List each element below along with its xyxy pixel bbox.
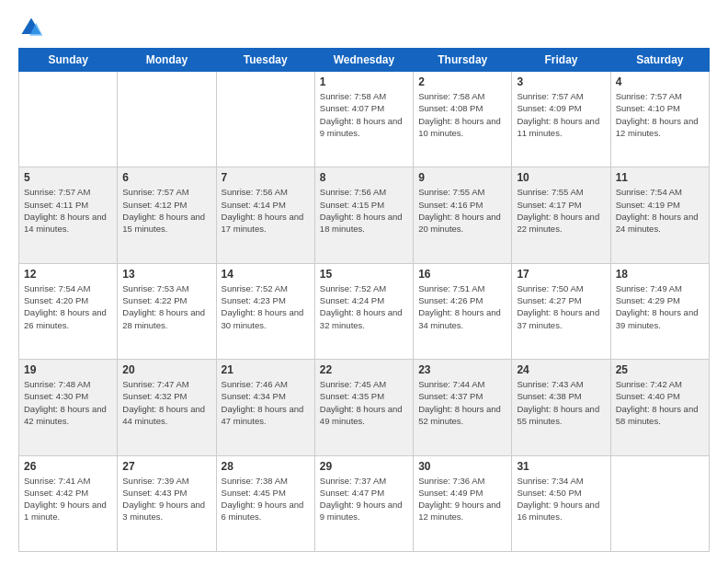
- day-info: Sunrise: 7:58 AM Sunset: 4:07 PM Dayligh…: [320, 90, 408, 139]
- header: [18, 15, 710, 40]
- calendar-cell: 12Sunrise: 7:54 AM Sunset: 4:20 PM Dayli…: [19, 263, 118, 359]
- calendar-cell: 16Sunrise: 7:51 AM Sunset: 4:26 PM Dayli…: [414, 263, 512, 359]
- day-info: Sunrise: 7:49 AM Sunset: 4:29 PM Dayligh…: [616, 282, 704, 331]
- day-info: Sunrise: 7:41 AM Sunset: 4:42 PM Dayligh…: [24, 475, 112, 523]
- calendar-cell: 13Sunrise: 7:53 AM Sunset: 4:22 PM Dayli…: [118, 263, 216, 359]
- weekday-header: Monday: [118, 49, 216, 72]
- calendar-cell: 17Sunrise: 7:50 AM Sunset: 4:27 PM Dayli…: [512, 263, 610, 359]
- day-number: 31: [517, 460, 605, 473]
- calendar-cell: 21Sunrise: 7:46 AM Sunset: 4:34 PM Dayli…: [216, 360, 314, 455]
- calendar-cell: 23Sunrise: 7:44 AM Sunset: 4:37 PM Dayli…: [414, 360, 512, 455]
- day-info: Sunrise: 7:45 AM Sunset: 4:35 PM Dayligh…: [320, 378, 408, 427]
- day-info: Sunrise: 7:52 AM Sunset: 4:24 PM Dayligh…: [320, 282, 408, 331]
- calendar-cell: 25Sunrise: 7:42 AM Sunset: 4:40 PM Dayli…: [610, 360, 709, 455]
- weekday-header: Thursday: [414, 49, 512, 72]
- calendar-week-row: 1Sunrise: 7:58 AM Sunset: 4:07 PM Daylig…: [19, 72, 710, 167]
- page: SundayMondayTuesdayWednesdayThursdayFrid…: [0, 0, 728, 563]
- calendar-week-row: 12Sunrise: 7:54 AM Sunset: 4:20 PM Dayli…: [19, 263, 710, 359]
- day-info: Sunrise: 7:46 AM Sunset: 4:34 PM Dayligh…: [222, 378, 310, 427]
- day-info: Sunrise: 7:37 AM Sunset: 4:47 PM Dayligh…: [320, 475, 408, 523]
- day-info: Sunrise: 7:56 AM Sunset: 4:14 PM Dayligh…: [222, 186, 310, 235]
- weekday-header: Wednesday: [314, 49, 413, 72]
- weekday-header: Tuesday: [216, 49, 314, 72]
- day-number: 17: [517, 268, 605, 281]
- logo: [18, 15, 48, 40]
- calendar-cell: 2Sunrise: 7:58 AM Sunset: 4:08 PM Daylig…: [414, 72, 512, 167]
- calendar-cell: 7Sunrise: 7:56 AM Sunset: 4:14 PM Daylig…: [216, 167, 314, 263]
- day-number: 30: [418, 460, 506, 473]
- calendar-cell: 20Sunrise: 7:47 AM Sunset: 4:32 PM Dayli…: [118, 360, 216, 455]
- calendar-cell: 8Sunrise: 7:56 AM Sunset: 4:15 PM Daylig…: [314, 167, 413, 263]
- day-number: 25: [616, 363, 704, 376]
- calendar-cell: 27Sunrise: 7:39 AM Sunset: 4:43 PM Dayli…: [118, 455, 216, 551]
- calendar-cell: 24Sunrise: 7:43 AM Sunset: 4:38 PM Dayli…: [512, 360, 610, 455]
- day-number: 28: [222, 460, 310, 473]
- day-info: Sunrise: 7:44 AM Sunset: 4:37 PM Dayligh…: [418, 378, 506, 427]
- day-number: 18: [616, 268, 704, 281]
- day-info: Sunrise: 7:58 AM Sunset: 4:08 PM Dayligh…: [418, 90, 506, 139]
- day-number: 16: [418, 268, 506, 281]
- day-number: 6: [122, 171, 210, 184]
- day-number: 5: [24, 171, 112, 184]
- day-number: 3: [517, 75, 605, 88]
- day-number: 1: [320, 75, 408, 88]
- calendar-cell: 18Sunrise: 7:49 AM Sunset: 4:29 PM Dayli…: [610, 263, 709, 359]
- day-info: Sunrise: 7:55 AM Sunset: 4:17 PM Dayligh…: [517, 186, 605, 235]
- day-info: Sunrise: 7:48 AM Sunset: 4:30 PM Dayligh…: [24, 378, 112, 427]
- calendar-cell: 29Sunrise: 7:37 AM Sunset: 4:47 PM Dayli…: [314, 455, 413, 551]
- day-number: 9: [418, 171, 506, 184]
- calendar-cell: 11Sunrise: 7:54 AM Sunset: 4:19 PM Dayli…: [610, 167, 709, 263]
- calendar-cell: [118, 72, 216, 167]
- calendar-cell: 6Sunrise: 7:57 AM Sunset: 4:12 PM Daylig…: [118, 167, 216, 263]
- day-number: 4: [616, 75, 704, 88]
- day-number: 22: [320, 363, 408, 376]
- calendar-cell: 4Sunrise: 7:57 AM Sunset: 4:10 PM Daylig…: [610, 72, 709, 167]
- weekday-row: SundayMondayTuesdayWednesdayThursdayFrid…: [19, 49, 710, 72]
- day-info: Sunrise: 7:57 AM Sunset: 4:09 PM Dayligh…: [517, 90, 605, 139]
- day-info: Sunrise: 7:50 AM Sunset: 4:27 PM Dayligh…: [517, 282, 605, 331]
- calendar-cell: 19Sunrise: 7:48 AM Sunset: 4:30 PM Dayli…: [19, 360, 118, 455]
- day-number: 10: [517, 171, 605, 184]
- day-info: Sunrise: 7:34 AM Sunset: 4:50 PM Dayligh…: [517, 475, 605, 523]
- calendar-cell: 9Sunrise: 7:55 AM Sunset: 4:16 PM Daylig…: [414, 167, 512, 263]
- calendar-cell: 22Sunrise: 7:45 AM Sunset: 4:35 PM Dayli…: [314, 360, 413, 455]
- day-number: 29: [320, 460, 408, 473]
- day-number: 27: [122, 460, 210, 473]
- day-number: 15: [320, 268, 408, 281]
- day-info: Sunrise: 7:57 AM Sunset: 4:12 PM Dayligh…: [122, 186, 210, 235]
- day-info: Sunrise: 7:43 AM Sunset: 4:38 PM Dayligh…: [517, 378, 605, 427]
- calendar-cell: 14Sunrise: 7:52 AM Sunset: 4:23 PM Dayli…: [216, 263, 314, 359]
- day-number: 26: [24, 460, 112, 473]
- calendar-cell: 28Sunrise: 7:38 AM Sunset: 4:45 PM Dayli…: [216, 455, 314, 551]
- day-number: 21: [222, 363, 310, 376]
- calendar-cell: 26Sunrise: 7:41 AM Sunset: 4:42 PM Dayli…: [19, 455, 118, 551]
- calendar-cell: 15Sunrise: 7:52 AM Sunset: 4:24 PM Dayli…: [314, 263, 413, 359]
- calendar-cell: [216, 72, 314, 167]
- calendar-header: SundayMondayTuesdayWednesdayThursdayFrid…: [19, 49, 710, 72]
- day-info: Sunrise: 7:56 AM Sunset: 4:15 PM Dayligh…: [320, 186, 408, 235]
- day-number: 11: [616, 171, 704, 184]
- calendar-cell: 3Sunrise: 7:57 AM Sunset: 4:09 PM Daylig…: [512, 72, 610, 167]
- weekday-header: Saturday: [610, 49, 709, 72]
- calendar-body: 1Sunrise: 7:58 AM Sunset: 4:07 PM Daylig…: [19, 72, 710, 552]
- day-number: 24: [517, 363, 605, 376]
- logo-icon: [18, 15, 44, 40]
- day-info: Sunrise: 7:51 AM Sunset: 4:26 PM Dayligh…: [418, 282, 506, 331]
- weekday-header: Sunday: [19, 49, 118, 72]
- day-info: Sunrise: 7:57 AM Sunset: 4:11 PM Dayligh…: [24, 186, 112, 235]
- day-info: Sunrise: 7:42 AM Sunset: 4:40 PM Dayligh…: [616, 378, 704, 427]
- day-info: Sunrise: 7:36 AM Sunset: 4:49 PM Dayligh…: [418, 475, 506, 523]
- day-info: Sunrise: 7:39 AM Sunset: 4:43 PM Dayligh…: [122, 475, 210, 523]
- calendar-cell: 5Sunrise: 7:57 AM Sunset: 4:11 PM Daylig…: [19, 167, 118, 263]
- calendar-cell: [19, 72, 118, 167]
- day-info: Sunrise: 7:54 AM Sunset: 4:20 PM Dayligh…: [24, 282, 112, 331]
- day-number: 8: [320, 171, 408, 184]
- day-info: Sunrise: 7:47 AM Sunset: 4:32 PM Dayligh…: [122, 378, 210, 427]
- day-number: 2: [418, 75, 506, 88]
- calendar-cell: 30Sunrise: 7:36 AM Sunset: 4:49 PM Dayli…: [414, 455, 512, 551]
- weekday-header: Friday: [512, 49, 610, 72]
- day-info: Sunrise: 7:54 AM Sunset: 4:19 PM Dayligh…: [616, 186, 704, 235]
- day-number: 19: [24, 363, 112, 376]
- day-number: 7: [222, 171, 310, 184]
- day-info: Sunrise: 7:57 AM Sunset: 4:10 PM Dayligh…: [616, 90, 704, 139]
